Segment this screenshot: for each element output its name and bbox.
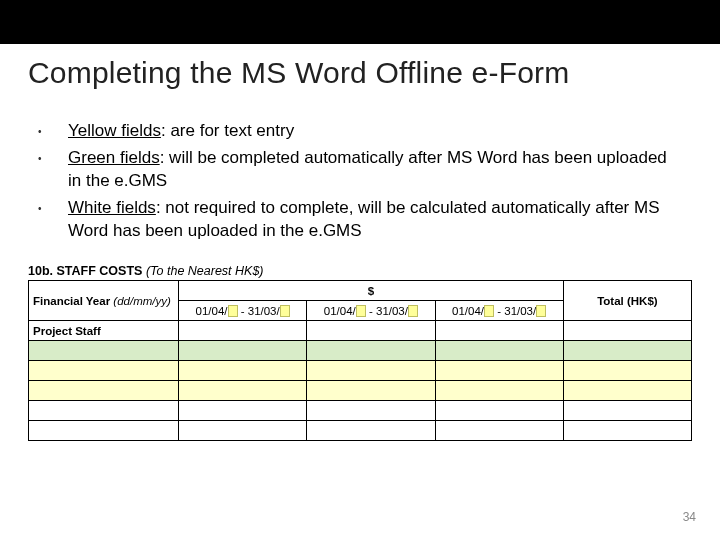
section-number: 10b.: [28, 264, 53, 278]
table-row: [29, 381, 692, 401]
bullet-label: Green fields: [68, 148, 160, 167]
data-cell: [435, 401, 563, 421]
staff-costs-table: Financial Year (dd/mm/yy)$Total (HK$)01/…: [28, 280, 692, 441]
data-cell: [179, 341, 307, 361]
financial-year-label: Financial Year (dd/mm/yy): [29, 281, 179, 321]
data-cell: [435, 381, 563, 401]
section-paren: (To the Nearest HK$): [146, 264, 264, 278]
bullet-rest: : not required to complete, will be calc…: [68, 198, 660, 240]
data-cell: [563, 421, 691, 441]
bullet-label: Yellow fields: [68, 121, 161, 140]
table-row: [29, 421, 692, 441]
yellow-field-icon: [228, 305, 238, 317]
empty-header-cell: [307, 321, 435, 341]
data-cell: [179, 361, 307, 381]
empty-header-cell: [563, 321, 691, 341]
data-cell: [563, 361, 691, 381]
data-cell: [435, 341, 563, 361]
bullet-dot-icon: •: [38, 147, 68, 193]
table-row: [29, 361, 692, 381]
data-cell: [307, 361, 435, 381]
bullet-dot-icon: •: [38, 197, 68, 243]
yellow-field-icon: [356, 305, 366, 317]
yellow-field-icon: [408, 305, 418, 317]
table-row: [29, 401, 692, 421]
page-number: 34: [683, 510, 696, 524]
data-cell: [307, 401, 435, 421]
bullet-label: White fields: [68, 198, 156, 217]
bullet-item: •Yellow fields: are for text entry: [38, 120, 682, 143]
bullet-text: White fields: not required to complete, …: [68, 197, 682, 243]
data-cell: [435, 421, 563, 441]
data-cell: [307, 421, 435, 441]
table-row: [29, 341, 692, 361]
project-staff-label: Project Staff: [29, 321, 179, 341]
date-range-header: 01/04/ - 31/03/: [179, 301, 307, 321]
bullet-text: Yellow fields: are for text entry: [68, 120, 682, 143]
yellow-field-icon: [536, 305, 546, 317]
slide-title: Completing the MS Word Offline e-Form: [28, 56, 569, 90]
data-cell: [179, 401, 307, 421]
total-header: Total (HK$): [563, 281, 691, 321]
row-label-cell: [29, 421, 179, 441]
table-body: Financial Year (dd/mm/yy)$Total (HK$)01/…: [29, 281, 692, 441]
section-title: STAFF COSTS: [57, 264, 143, 278]
empty-header-cell: [179, 321, 307, 341]
form-figure: 10b. STAFF COSTS (To the Nearest HK$) Fi…: [28, 264, 692, 441]
slide: Completing the MS Word Offline e-Form •Y…: [0, 0, 720, 540]
date-range-header: 01/04/ - 31/03/: [435, 301, 563, 321]
bullet-list: •Yellow fields: are for text entry•Green…: [38, 120, 682, 247]
row-label-cell: [29, 401, 179, 421]
row-label-cell: [29, 381, 179, 401]
data-cell: [435, 361, 563, 381]
bullet-rest: : are for text entry: [161, 121, 294, 140]
bullet-dot-icon: •: [38, 120, 68, 143]
yellow-field-icon: [280, 305, 290, 317]
data-cell: [563, 401, 691, 421]
section-heading: 10b. STAFF COSTS (To the Nearest HK$): [28, 264, 692, 278]
top-black-bar: [0, 0, 720, 44]
row-label-cell: [29, 361, 179, 381]
data-cell: [563, 381, 691, 401]
row-label-cell: [29, 341, 179, 361]
empty-header-cell: [435, 321, 563, 341]
currency-header: $: [179, 281, 564, 301]
bullet-item: •Green fields: will be completed automat…: [38, 147, 682, 193]
yellow-field-icon: [484, 305, 494, 317]
data-cell: [307, 341, 435, 361]
data-cell: [563, 341, 691, 361]
bullet-item: •White fields: not required to complete,…: [38, 197, 682, 243]
bullet-text: Green fields: will be completed automati…: [68, 147, 682, 193]
data-cell: [179, 381, 307, 401]
data-cell: [179, 421, 307, 441]
data-cell: [307, 381, 435, 401]
date-range-header: 01/04/ - 31/03/: [307, 301, 435, 321]
